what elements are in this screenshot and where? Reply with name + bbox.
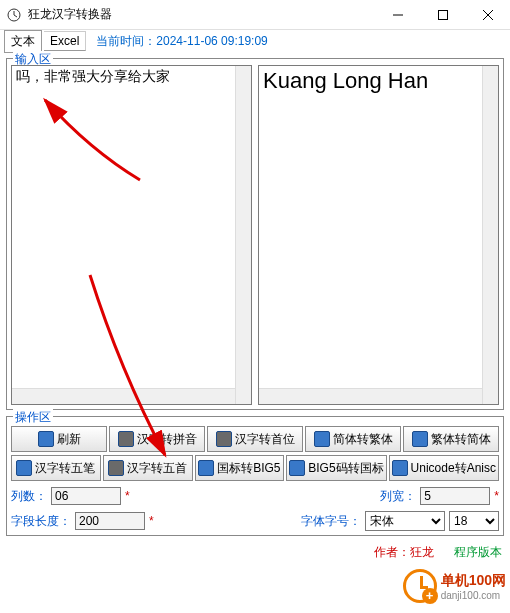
convert-icon — [392, 460, 408, 476]
to-pinyin-button[interactable]: 汉字转拼音 — [109, 426, 205, 452]
field-len-label: 字段长度： — [11, 513, 71, 530]
simp-to-trad-button[interactable]: 简体转繁体 — [305, 426, 401, 452]
field-len-input[interactable] — [75, 512, 145, 530]
required-mark: * — [149, 514, 154, 528]
font-label: 字体字号： — [301, 513, 361, 530]
convert-icon — [314, 431, 330, 447]
scrollbar-v[interactable] — [235, 66, 251, 404]
convert-icon — [118, 431, 134, 447]
watermark-brand: 单机100网 — [441, 572, 506, 590]
watermark-icon: + — [403, 569, 437, 603]
svg-rect-4 — [438, 10, 447, 19]
refresh-button[interactable]: 刷新 — [11, 426, 107, 452]
scrollbar-h[interactable] — [259, 388, 482, 404]
ops-fieldset: 操作区 刷新 汉字转拼音 汉字转首位 简体转繁体 繁体转简体 汉字转五笔 汉字转… — [6, 416, 504, 536]
progress-label: 程序版本 — [454, 544, 502, 561]
required-mark: * — [125, 489, 130, 503]
col-width-input[interactable] — [420, 487, 490, 505]
col-count-label: 列数： — [11, 488, 47, 505]
big5-to-gb-button[interactable]: BIG5码转国标 — [286, 455, 386, 481]
tab-text[interactable]: 文本 — [4, 30, 42, 53]
col-count-input[interactable] — [51, 487, 121, 505]
to-wubi-button[interactable]: 汉字转五笔 — [11, 455, 101, 481]
window-buttons — [375, 0, 510, 29]
minimize-button[interactable] — [375, 0, 420, 29]
to-wubi-initial-button[interactable]: 汉字转五首 — [103, 455, 193, 481]
footer: 作者：狂龙 程序版本 — [0, 542, 510, 563]
font-name-select[interactable]: 宋体 — [365, 511, 445, 531]
gb-to-big5-button[interactable]: 国标转BIG5 — [195, 455, 285, 481]
scrollbar-v[interactable] — [482, 66, 498, 404]
required-mark: * — [494, 489, 499, 503]
convert-icon — [412, 431, 428, 447]
convert-icon — [289, 460, 305, 476]
tab-excel[interactable]: Excel — [44, 31, 86, 51]
window-title: 狂龙汉字转换器 — [28, 6, 375, 23]
app-icon — [6, 7, 22, 23]
convert-icon — [108, 460, 124, 476]
maximize-button[interactable] — [420, 0, 465, 29]
input-fieldset: 输入区 吗，非常强大分享给大家 Kuang Long Han — [6, 58, 504, 410]
to-initial-button[interactable]: 汉字转首位 — [207, 426, 303, 452]
col-width-label: 列宽： — [380, 488, 416, 505]
convert-icon — [16, 460, 32, 476]
output-right-textarea[interactable]: Kuang Long Han — [258, 65, 499, 405]
convert-icon — [216, 431, 232, 447]
font-size-select[interactable]: 18 — [449, 511, 499, 531]
watermark: + 单机100网 danji100.com — [403, 569, 506, 603]
refresh-icon — [38, 431, 54, 447]
toolbar: 文本 Excel 当前时间：2024-11-06 09:19:09 — [0, 30, 510, 52]
time-label: 当前时间：2024-11-06 09:19:09 — [96, 33, 267, 50]
convert-icon — [198, 460, 214, 476]
input-left-textarea[interactable]: 吗，非常强大分享给大家 — [11, 65, 252, 405]
author-label: 作者：狂龙 — [374, 544, 434, 561]
trad-to-simp-button[interactable]: 繁体转简体 — [403, 426, 499, 452]
titlebar: 狂龙汉字转换器 — [0, 0, 510, 30]
watermark-url: danji100.com — [441, 590, 506, 601]
scrollbar-h[interactable] — [12, 388, 235, 404]
ops-label: 操作区 — [13, 409, 53, 426]
close-button[interactable] — [465, 0, 510, 29]
svg-line-2 — [14, 15, 17, 17]
unicode-to-ansi-button[interactable]: Unicode转Anisc — [389, 455, 499, 481]
